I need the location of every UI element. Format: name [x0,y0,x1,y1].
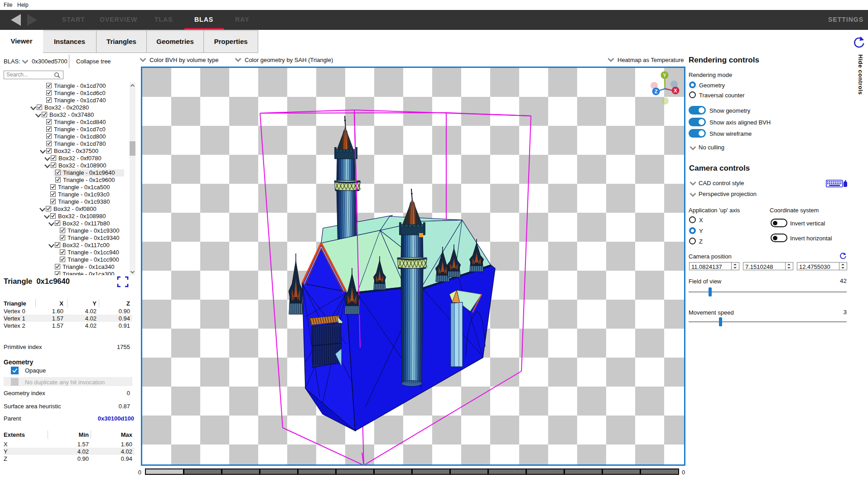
svg-text:Z: Z [655,89,658,94]
svg-text:X: X [674,88,677,93]
svg-text:Y: Y [663,72,666,78]
